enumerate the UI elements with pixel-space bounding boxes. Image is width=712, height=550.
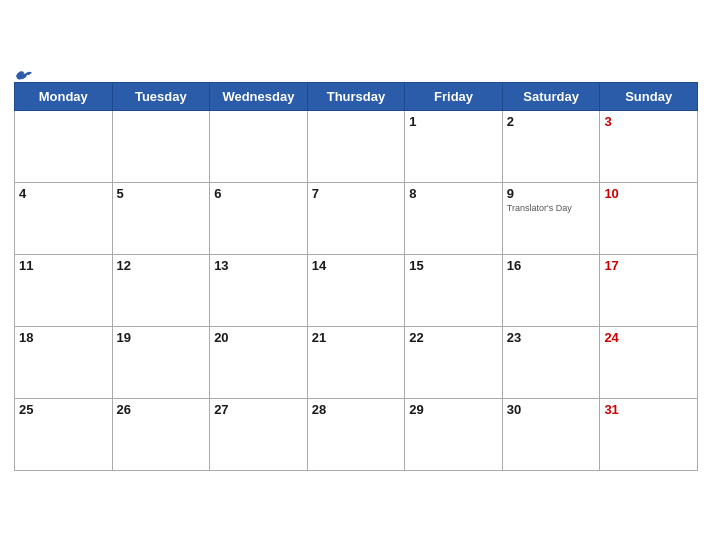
calendar-cell xyxy=(112,110,210,182)
day-number: 22 xyxy=(409,330,498,345)
calendar-cell: 27 xyxy=(210,398,308,470)
weekday-header-saturday: Saturday xyxy=(502,82,600,110)
day-number: 7 xyxy=(312,186,401,201)
calendar-cell: 8 xyxy=(405,182,503,254)
calendar-wrapper: MondayTuesdayWednesdayThursdayFridaySatu… xyxy=(0,66,712,485)
calendar-cell: 29 xyxy=(405,398,503,470)
calendar-cell: 16 xyxy=(502,254,600,326)
calendar-cell: 19 xyxy=(112,326,210,398)
weekday-header-tuesday: Tuesday xyxy=(112,82,210,110)
calendar-cell: 11 xyxy=(15,254,113,326)
day-number: 9 xyxy=(507,186,596,201)
week-row-1: 123 xyxy=(15,110,698,182)
day-number: 28 xyxy=(312,402,401,417)
calendar-cell: 22 xyxy=(405,326,503,398)
day-number: 25 xyxy=(19,402,108,417)
calendar-cell: 15 xyxy=(405,254,503,326)
calendar-cell: 12 xyxy=(112,254,210,326)
calendar-cell: 24 xyxy=(600,326,698,398)
calendar-cell: 9Translator's Day xyxy=(502,182,600,254)
day-number: 8 xyxy=(409,186,498,201)
week-row-3: 11121314151617 xyxy=(15,254,698,326)
calendar-cell: 4 xyxy=(15,182,113,254)
week-row-2: 456789Translator's Day10 xyxy=(15,182,698,254)
weekday-header-wednesday: Wednesday xyxy=(210,82,308,110)
day-number: 15 xyxy=(409,258,498,273)
calendar-cell: 5 xyxy=(112,182,210,254)
calendar-cell: 17 xyxy=(600,254,698,326)
calendar-cell: 6 xyxy=(210,182,308,254)
calendar-cell xyxy=(307,110,405,182)
day-number: 27 xyxy=(214,402,303,417)
calendar-cell: 30 xyxy=(502,398,600,470)
logo-bird-icon xyxy=(14,68,34,84)
calendar-cell: 25 xyxy=(15,398,113,470)
day-number: 1 xyxy=(409,114,498,129)
day-number: 11 xyxy=(19,258,108,273)
day-number: 13 xyxy=(214,258,303,273)
calendar-cell: 20 xyxy=(210,326,308,398)
calendar-table: MondayTuesdayWednesdayThursdayFridaySatu… xyxy=(14,82,698,471)
day-number: 24 xyxy=(604,330,693,345)
calendar-cell: 21 xyxy=(307,326,405,398)
day-number: 21 xyxy=(312,330,401,345)
calendar-cell: 28 xyxy=(307,398,405,470)
calendar-cell: 2 xyxy=(502,110,600,182)
day-number: 23 xyxy=(507,330,596,345)
logo xyxy=(14,68,34,84)
day-number: 6 xyxy=(214,186,303,201)
day-number: 18 xyxy=(19,330,108,345)
calendar-cell: 1 xyxy=(405,110,503,182)
calendar-cell xyxy=(15,110,113,182)
weekday-header-monday: Monday xyxy=(15,82,113,110)
calendar-cell: 14 xyxy=(307,254,405,326)
calendar-cell: 7 xyxy=(307,182,405,254)
calendar-cell: 3 xyxy=(600,110,698,182)
day-number: 3 xyxy=(604,114,693,129)
day-number: 12 xyxy=(117,258,206,273)
day-number: 19 xyxy=(117,330,206,345)
weekday-header-friday: Friday xyxy=(405,82,503,110)
week-row-5: 25262728293031 xyxy=(15,398,698,470)
day-number: 20 xyxy=(214,330,303,345)
day-number: 30 xyxy=(507,402,596,417)
weekday-header-row: MondayTuesdayWednesdayThursdayFridaySatu… xyxy=(15,82,698,110)
day-number: 2 xyxy=(507,114,596,129)
calendar-cell: 13 xyxy=(210,254,308,326)
day-number: 14 xyxy=(312,258,401,273)
day-number: 16 xyxy=(507,258,596,273)
day-number: 31 xyxy=(604,402,693,417)
day-number: 5 xyxy=(117,186,206,201)
day-number: 26 xyxy=(117,402,206,417)
calendar-cell: 31 xyxy=(600,398,698,470)
day-number: 29 xyxy=(409,402,498,417)
day-number: 17 xyxy=(604,258,693,273)
calendar-cell xyxy=(210,110,308,182)
day-number: 10 xyxy=(604,186,693,201)
week-row-4: 18192021222324 xyxy=(15,326,698,398)
day-number: 4 xyxy=(19,186,108,201)
calendar-cell: 10 xyxy=(600,182,698,254)
calendar-cell: 23 xyxy=(502,326,600,398)
weekday-header-thursday: Thursday xyxy=(307,82,405,110)
calendar-cell: 18 xyxy=(15,326,113,398)
weekday-header-sunday: Sunday xyxy=(600,82,698,110)
calendar-cell: 26 xyxy=(112,398,210,470)
holiday-label: Translator's Day xyxy=(507,203,596,214)
